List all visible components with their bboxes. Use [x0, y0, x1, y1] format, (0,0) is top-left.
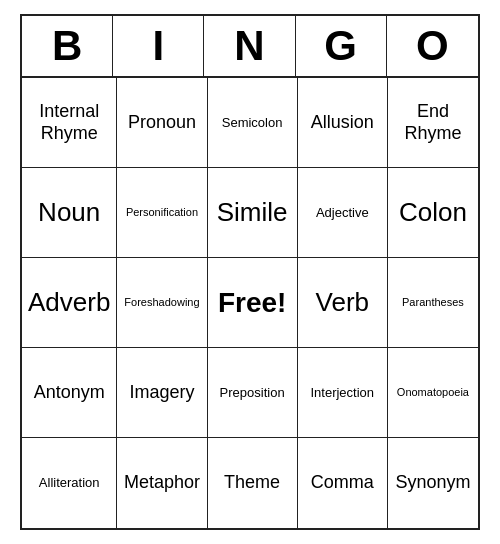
cell-text-2: Semicolon	[222, 115, 283, 131]
cell-text-4: EndRhyme	[404, 101, 461, 144]
header-letter-G: G	[296, 16, 387, 76]
bingo-cell-19: Onomatopoeia	[388, 348, 478, 438]
bingo-cell-22: Theme	[208, 438, 298, 528]
bingo-cell-18: Interjection	[298, 348, 388, 438]
cell-text-14: Parantheses	[402, 296, 464, 309]
bingo-cell-5: Noun	[22, 168, 117, 258]
cell-text-17: Preposition	[220, 385, 285, 401]
cell-text-21: Metaphor	[124, 472, 200, 494]
bingo-card: BINGO InternalRhymePronounSemicolonAllus…	[20, 14, 480, 530]
bingo-cell-6: Personification	[117, 168, 207, 258]
cell-text-1: Pronoun	[128, 112, 196, 134]
bingo-cell-20: Alliteration	[22, 438, 117, 528]
cell-text-23: Comma	[311, 472, 374, 494]
bingo-cell-13: Verb	[298, 258, 388, 348]
bingo-cell-11: Foreshadowing	[117, 258, 207, 348]
bingo-cell-12: Free!	[208, 258, 298, 348]
cell-text-20: Alliteration	[39, 475, 100, 491]
bingo-cell-14: Parantheses	[388, 258, 478, 348]
cell-text-13: Verb	[316, 287, 370, 318]
cell-text-18: Interjection	[310, 385, 374, 401]
cell-text-0: InternalRhyme	[39, 101, 99, 144]
cell-text-7: Simile	[217, 197, 288, 228]
bingo-cell-4: EndRhyme	[388, 78, 478, 168]
cell-text-9: Colon	[399, 197, 467, 228]
cell-text-10: Adverb	[28, 287, 110, 318]
cell-text-24: Synonym	[395, 472, 470, 494]
bingo-cell-2: Semicolon	[208, 78, 298, 168]
bingo-cell-7: Simile	[208, 168, 298, 258]
cell-text-22: Theme	[224, 472, 280, 494]
header-letter-B: B	[22, 16, 113, 76]
bingo-grid: InternalRhymePronounSemicolonAllusionEnd…	[22, 78, 478, 528]
cell-text-15: Antonym	[34, 382, 105, 404]
bingo-header: BINGO	[22, 16, 478, 78]
bingo-cell-8: Adjective	[298, 168, 388, 258]
bingo-cell-0: InternalRhyme	[22, 78, 117, 168]
header-letter-O: O	[387, 16, 478, 76]
cell-text-3: Allusion	[311, 112, 374, 134]
bingo-cell-23: Comma	[298, 438, 388, 528]
bingo-cell-17: Preposition	[208, 348, 298, 438]
header-letter-I: I	[113, 16, 204, 76]
bingo-cell-16: Imagery	[117, 348, 207, 438]
bingo-cell-15: Antonym	[22, 348, 117, 438]
cell-text-11: Foreshadowing	[124, 296, 199, 309]
cell-text-8: Adjective	[316, 205, 369, 221]
header-letter-N: N	[204, 16, 295, 76]
bingo-cell-24: Synonym	[388, 438, 478, 528]
cell-text-19: Onomatopoeia	[397, 386, 469, 399]
cell-text-12: Free!	[218, 286, 286, 320]
cell-text-6: Personification	[126, 206, 198, 219]
bingo-cell-10: Adverb	[22, 258, 117, 348]
bingo-cell-21: Metaphor	[117, 438, 207, 528]
bingo-cell-3: Allusion	[298, 78, 388, 168]
bingo-cell-9: Colon	[388, 168, 478, 258]
cell-text-5: Noun	[38, 197, 100, 228]
bingo-cell-1: Pronoun	[117, 78, 207, 168]
cell-text-16: Imagery	[129, 382, 194, 404]
